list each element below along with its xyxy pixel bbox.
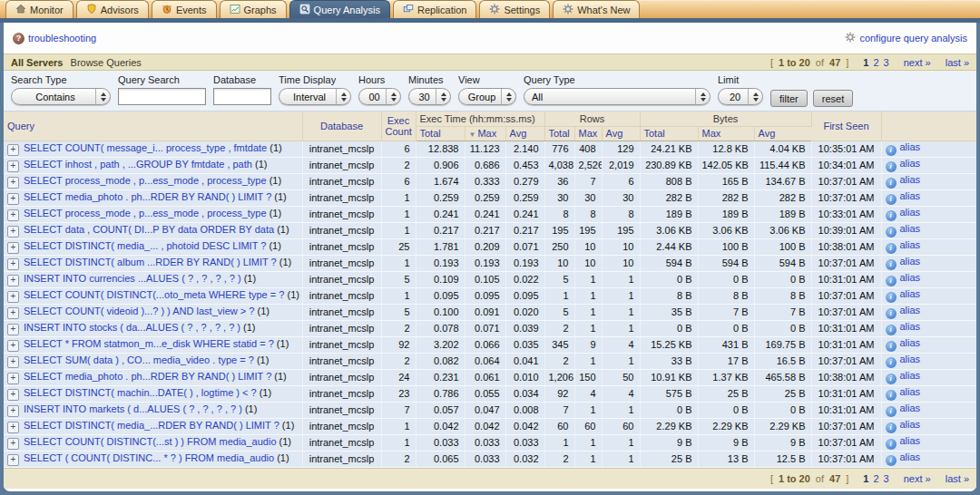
alias-link[interactable]: alias — [900, 141, 921, 152]
expand-plus-icon[interactable]: + — [7, 144, 19, 156]
query-link[interactable]: SELECT COUNT( DISTINCT(...oto_meta WHERE… — [24, 289, 284, 300]
expand-plus-icon[interactable]: + — [7, 454, 19, 466]
page-3-link[interactable]: 3 — [884, 57, 889, 68]
col-header-rows-avg[interactable]: Avg — [602, 126, 640, 141]
alias-link[interactable]: alias — [900, 239, 921, 250]
expand-plus-icon[interactable]: + — [7, 389, 19, 401]
expand-plus-icon[interactable]: + — [7, 373, 19, 384]
next-page-link[interactable]: next » — [904, 473, 931, 484]
col-header-bytes-max[interactable]: Max — [698, 126, 754, 141]
query-link[interactable]: SELECT DISTINCT( album ...RDER BY RAND( … — [24, 257, 277, 267]
alias-link[interactable]: alias — [900, 223, 921, 234]
col-header-exec-time-avg[interactable]: Avg — [505, 126, 544, 141]
view-select[interactable]: Group — [458, 88, 516, 105]
expand-plus-icon[interactable]: + — [7, 307, 19, 319]
alias-link[interactable]: alias — [900, 386, 921, 397]
query-link[interactable]: SELECT SUM( data ) , CO... media_video .… — [24, 354, 254, 365]
query-link[interactable]: SELECT process_mode , p...ess_mode , pro… — [24, 175, 267, 186]
query-link[interactable]: INSERT INTO currencies ...ALUES ( ? , ? … — [24, 273, 241, 284]
col-header-exec-time-total[interactable]: Total — [416, 126, 465, 141]
col-header-bytes-avg[interactable]: Avg — [754, 126, 811, 141]
alias-link[interactable]: alias — [900, 256, 921, 267]
col-header-first-seen[interactable]: First Seen — [811, 112, 881, 141]
tab-advisors[interactable]: Advisors — [76, 0, 149, 18]
col-header-database[interactable]: Database — [302, 112, 381, 141]
query-link[interactable]: SELECT COUNT( videoid )...? ) ) AND last… — [24, 306, 254, 316]
alias-link[interactable]: alias — [900, 419, 921, 430]
expand-plus-icon[interactable]: + — [7, 324, 19, 335]
reset-button[interactable]: reset — [813, 90, 853, 107]
query-link[interactable]: SELECT COUNT( message_i... process_type … — [24, 142, 267, 153]
alias-link[interactable]: alias — [900, 190, 921, 201]
expand-plus-icon[interactable]: + — [7, 405, 19, 417]
query-link[interactable]: SELECT DISTINCT( machin...DATE( ) , logt… — [24, 387, 257, 398]
hours-select[interactable]: 00 — [358, 88, 401, 105]
next-page-link[interactable]: next » — [904, 57, 931, 68]
search-type-select[interactable]: Contains — [11, 88, 111, 105]
col-header-rows-total[interactable]: Total — [544, 126, 574, 141]
expand-plus-icon[interactable]: + — [7, 242, 19, 254]
col-header-exec-count[interactable]: Exec Count — [381, 112, 416, 141]
alias-link[interactable]: alias — [900, 354, 921, 364]
limit-select[interactable]: 20 — [718, 88, 763, 105]
col-header-exec-time-max[interactable]: ▼Max — [465, 126, 505, 141]
alias-link[interactable]: alias — [900, 403, 921, 413]
query-link[interactable]: INSERT INTO stocks ( da...ALUES ( ? , ? … — [24, 322, 240, 333]
query-link[interactable]: SELECT DISTINCT( media_...RDER BY RAND( … — [24, 420, 279, 431]
alias-link[interactable]: alias — [900, 288, 921, 299]
tab-whats-new[interactable]: What's New — [553, 0, 640, 18]
expand-plus-icon[interactable]: + — [7, 160, 19, 172]
alias-link[interactable]: alias — [900, 451, 921, 462]
last-page-link[interactable]: last » — [946, 473, 969, 484]
query-link[interactable]: SELECT DISTINCT( media_... , photoid DES… — [24, 240, 266, 251]
tab-monitor[interactable]: Monitor — [5, 0, 74, 18]
filter-button[interactable]: filter — [770, 90, 808, 107]
expand-plus-icon[interactable]: + — [7, 258, 19, 270]
expand-plus-icon[interactable]: + — [7, 422, 19, 433]
minutes-select[interactable]: 30 — [408, 88, 451, 105]
alias-link[interactable]: alias — [900, 174, 921, 185]
alias-link[interactable]: alias — [900, 321, 921, 332]
expand-plus-icon[interactable]: + — [7, 291, 19, 303]
expand-plus-icon[interactable]: + — [7, 340, 19, 352]
tab-replication[interactable]: Replication — [393, 0, 476, 18]
query-link[interactable]: SELECT process_mode , p...ess_mode , pro… — [24, 208, 267, 218]
col-header-bytes-total[interactable]: Total — [640, 126, 698, 141]
expand-plus-icon[interactable]: + — [7, 193, 19, 205]
expand-plus-icon[interactable]: + — [7, 275, 19, 286]
col-header-rows-max[interactable]: Max — [574, 126, 602, 141]
expand-plus-icon[interactable]: + — [7, 209, 19, 221]
query-link[interactable]: SELECT inhost , path , ...GROUP BY fmtda… — [24, 159, 252, 170]
query-link[interactable]: SELECT * FROM statmon_m...e_disk WHERE s… — [24, 338, 274, 349]
time-display-select[interactable]: Interval — [279, 88, 351, 105]
last-page-link[interactable]: last » — [946, 57, 969, 68]
query-type-select[interactable]: All — [524, 88, 710, 105]
expand-plus-icon[interactable]: + — [7, 177, 19, 189]
expand-plus-icon[interactable]: + — [7, 438, 19, 450]
page-3-link[interactable]: 3 — [884, 473, 889, 484]
database-input[interactable] — [213, 88, 271, 105]
alias-link[interactable]: alias — [900, 272, 921, 283]
tab-events[interactable]: Events — [152, 0, 217, 18]
tab-graphs[interactable]: Graphs — [220, 0, 287, 18]
page-2-link[interactable]: 2 — [873, 57, 878, 68]
query-link[interactable]: SELECT COUNT( DISTINCT(...st ) ) FROM me… — [24, 436, 277, 447]
tab-settings[interactable]: Settings — [479, 0, 550, 18]
col-header-query[interactable]: Query — [4, 112, 302, 141]
query-link[interactable]: SELECT data , COUNT( DI...P BY data ORDE… — [24, 224, 274, 235]
alias-link[interactable]: alias — [900, 337, 921, 348]
page-2-link[interactable]: 2 — [873, 473, 878, 484]
alias-link[interactable]: alias — [900, 305, 921, 315]
expand-plus-icon[interactable]: + — [7, 226, 19, 238]
query-link[interactable]: SELECT media_photo . ph...RDER BY RAND( … — [24, 371, 271, 382]
alias-link[interactable]: alias — [900, 435, 921, 446]
alias-link[interactable]: alias — [900, 158, 921, 169]
alias-link[interactable]: alias — [900, 207, 921, 218]
query-link[interactable]: SELECT media_photo . ph...RDER BY RAND( … — [24, 191, 271, 202]
query-link[interactable]: SELECT ( COUNT( DISTINC... * ? ) FROM me… — [24, 452, 274, 463]
alias-link[interactable]: alias — [900, 370, 921, 381]
expand-plus-icon[interactable]: + — [7, 356, 19, 368]
configure-query-analysis-link[interactable]: configure query analysis — [859, 33, 967, 44]
query-link[interactable]: INSERT INTO markets ( d...ALUES ( ? , ? … — [24, 403, 242, 414]
troubleshooting-link[interactable]: troubleshooting — [28, 33, 96, 44]
